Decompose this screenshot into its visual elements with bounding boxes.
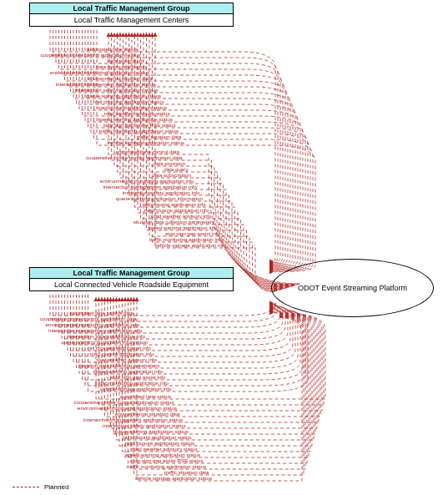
svg-text:traffic monitoring application: traffic monitoring application status xyxy=(127,463,206,469)
node-group-label: Local Traffic Management Group xyxy=(29,267,234,279)
flow-lines: automated lane statuscooperative cruise … xyxy=(0,0,448,495)
svg-text:data subscription: data subscription xyxy=(152,172,191,178)
svg-text:intersection management applic: intersection management application stat… xyxy=(83,417,183,422)
svg-text:vehicle signage application st: vehicle signage application status xyxy=(108,139,184,145)
svg-text:speed warning application stat: speed warning application status xyxy=(98,116,173,122)
svg-text:traffic monitoring application: traffic monitoring application info xyxy=(149,236,224,242)
svg-text:rail crossing application stat: rail crossing application status xyxy=(95,98,164,104)
svg-text:road closure application info: road closure application info xyxy=(144,207,209,213)
svg-text:automated lane control data: automated lane control data xyxy=(115,149,179,154)
legend-swatch-planned xyxy=(13,487,39,487)
svg-text:cooperative cruise control app: cooperative cruise control application d… xyxy=(86,154,183,160)
node-local-traffic-mgmt-centers: Local Traffic Management Group Local Tra… xyxy=(29,3,234,27)
svg-text:intersection safety applicatio: intersection safety application status xyxy=(75,87,158,93)
svg-text:road weather advisory status: road weather advisory status xyxy=(103,110,169,116)
svg-text:data query: data query xyxy=(164,166,189,172)
svg-text:intersection management applic: intersection management application info xyxy=(103,184,198,189)
svg-text:vehicle signage application st: vehicle signage application status xyxy=(135,475,212,481)
svg-text:traffic monitoring application: traffic monitoring application status xyxy=(99,128,179,134)
svg-text:traffic monitoring application: traffic monitoring application info xyxy=(94,380,169,386)
svg-text:cooperative cruise control app: cooperative cruise control application s… xyxy=(73,399,174,405)
svg-text:vehicle signage application in: vehicle signage application info xyxy=(154,242,226,248)
svg-text:queue warning application info: queue warning application information xyxy=(116,195,204,201)
svg-text:road weather advisory info: road weather advisory info xyxy=(96,356,157,362)
svg-text:speed warning application info: speed warning application info xyxy=(148,225,218,230)
svg-text:stop sign gap assist info: stop sign gap assist info xyxy=(110,374,166,380)
legend-label: Planned xyxy=(44,483,68,491)
svg-text:queue warning application stat: queue warning application status xyxy=(113,428,189,434)
svg-text:intersection management applic: intersection management application info xyxy=(48,327,143,333)
node-odot-event-streaming-platform: ODOT Event Streaming Platform xyxy=(271,259,434,317)
svg-text:data query publication: data query publication xyxy=(96,63,147,69)
svg-text:traffic situation data: traffic situation data xyxy=(164,469,209,475)
svg-text:rail crossing application info: rail crossing application info xyxy=(142,201,206,207)
svg-text:intersection safety applicatio: intersection safety application info xyxy=(123,189,200,195)
node-title: Local Connected Vehicle Roadside Equipme… xyxy=(29,279,234,291)
svg-text:road closure application statu: road closure application status xyxy=(124,440,194,446)
svg-text:stop sign gap assist RSE statu: stop sign gap assist RSE status xyxy=(130,457,203,463)
svg-text:environmental monitoring appli: environmental monitoring application inf… xyxy=(100,178,194,184)
svg-marker-124 xyxy=(135,297,139,301)
svg-text:road weather advisory info: road weather advisory info xyxy=(151,213,212,219)
svg-text:situation data collection para: situation data collection parameters xyxy=(133,219,214,225)
svg-text:stop sign gap assist RSE statu: stop sign gap assist RSE status xyxy=(103,122,175,128)
svg-text:intersection safety applicatio: intersection safety application status xyxy=(103,422,185,428)
svg-text:rail crossing application stat: rail crossing application status xyxy=(123,434,192,440)
svg-text:data publication: data publication xyxy=(108,58,144,63)
node-local-cv-roadside-equipment: Local Traffic Management Group Local Con… xyxy=(29,267,234,291)
svg-text:environmental monitoring appli: environmental monitoring application inf… xyxy=(46,321,140,327)
node-title: Local Traffic Management Centers xyxy=(29,14,234,27)
svg-text:stop sign gap assist info: stop sign gap assist info xyxy=(165,230,221,236)
svg-text:road weather advisory status: road weather advisory status xyxy=(131,446,197,452)
diagram-stage: automated lane statuscooperative cruise … xyxy=(0,0,448,495)
svg-marker-66 xyxy=(154,33,158,37)
svg-text:queue warning application stat: queue warning application status xyxy=(86,93,161,98)
svg-text:automated lane status: automated lane status xyxy=(87,46,138,52)
svg-text:environmental monitoring appli: environmental monitoring application sta… xyxy=(78,405,177,411)
svg-text:data provision: data provision xyxy=(153,160,185,166)
node-title: ODOT Event Streaming Platform xyxy=(298,284,407,292)
svg-text:cooperative cruise control app: cooperative cruise control application s… xyxy=(40,52,140,58)
legend: Planned xyxy=(13,483,68,491)
node-group-label: Local Traffic Management Group xyxy=(29,3,234,14)
